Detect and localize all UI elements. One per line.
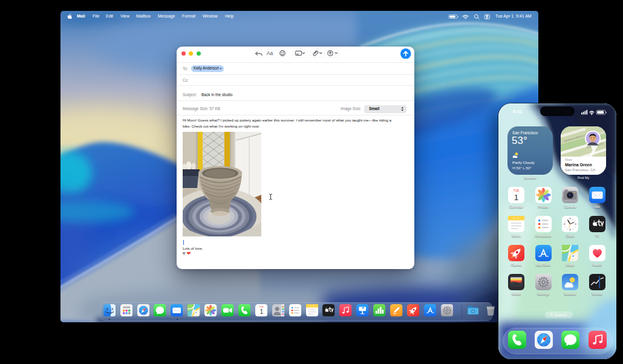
svg-text:Aa: Aa xyxy=(267,50,273,56)
